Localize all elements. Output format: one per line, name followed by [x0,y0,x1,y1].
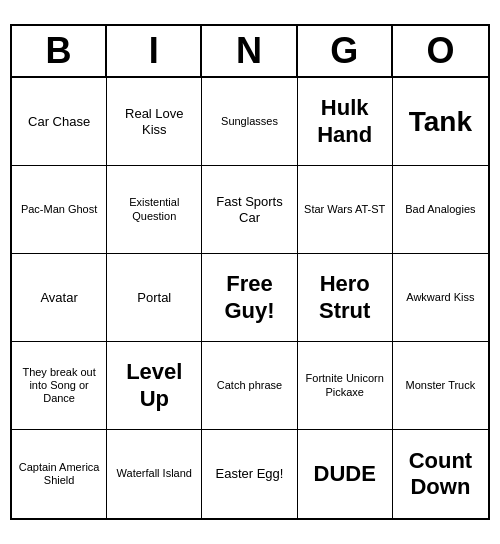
bingo-grid: Car ChaseReal Love KissSunglassesHulk Ha… [12,78,488,518]
cell-text: Star Wars AT-ST [304,203,385,216]
bingo-card: BINGO Car ChaseReal Love KissSunglassesH… [10,24,490,520]
cell-text: Avatar [40,290,77,306]
cell-text: Portal [137,290,171,306]
header-letter: O [393,26,488,76]
bingo-cell: Hero Strut [298,254,393,342]
cell-text: Free Guy! [206,271,292,324]
cell-text: Real Love Kiss [111,106,197,137]
bingo-cell: Level Up [107,342,202,430]
bingo-cell: Count Down [393,430,488,518]
bingo-cell: Car Chase [12,78,107,166]
cell-text: Sunglasses [221,115,278,128]
bingo-cell: Catch phrase [202,342,297,430]
cell-text: Monster Truck [406,379,476,392]
bingo-cell: Star Wars AT-ST [298,166,393,254]
bingo-cell: Tank [393,78,488,166]
cell-text: Tank [409,105,472,139]
bingo-header: BINGO [12,26,488,78]
cell-text: Count Down [397,448,484,501]
bingo-cell: Free Guy! [202,254,297,342]
cell-text: Pac-Man Ghost [21,203,97,216]
bingo-cell: Fast Sports Car [202,166,297,254]
header-letter: N [202,26,297,76]
cell-text: DUDE [314,461,376,487]
cell-text: Fortnite Unicorn Pickaxe [302,372,388,398]
header-letter: B [12,26,107,76]
bingo-cell: They break out into Song or Dance [12,342,107,430]
bingo-cell: Bad Analogies [393,166,488,254]
cell-text: Level Up [111,359,197,412]
header-letter: I [107,26,202,76]
cell-text: Awkward Kiss [406,291,474,304]
bingo-cell: Portal [107,254,202,342]
cell-text: Captain America Shield [16,461,102,487]
cell-text: Fast Sports Car [206,194,292,225]
bingo-cell: Hulk Hand [298,78,393,166]
bingo-cell: Waterfall Island [107,430,202,518]
cell-text: They break out into Song or Dance [16,366,102,406]
cell-text: Catch phrase [217,379,282,392]
bingo-cell: Fortnite Unicorn Pickaxe [298,342,393,430]
cell-text: Hulk Hand [302,95,388,148]
bingo-cell: Real Love Kiss [107,78,202,166]
bingo-cell: Awkward Kiss [393,254,488,342]
cell-text: Waterfall Island [117,467,192,480]
cell-text: Car Chase [28,114,90,130]
bingo-cell: Sunglasses [202,78,297,166]
bingo-cell: Pac-Man Ghost [12,166,107,254]
cell-text: Hero Strut [302,271,388,324]
cell-text: Bad Analogies [405,203,475,216]
bingo-cell: Monster Truck [393,342,488,430]
bingo-cell: Avatar [12,254,107,342]
cell-text: Existential Question [111,196,197,222]
bingo-cell: Easter Egg! [202,430,297,518]
header-letter: G [298,26,393,76]
bingo-cell: Existential Question [107,166,202,254]
cell-text: Easter Egg! [216,466,284,482]
bingo-cell: DUDE [298,430,393,518]
bingo-cell: Captain America Shield [12,430,107,518]
